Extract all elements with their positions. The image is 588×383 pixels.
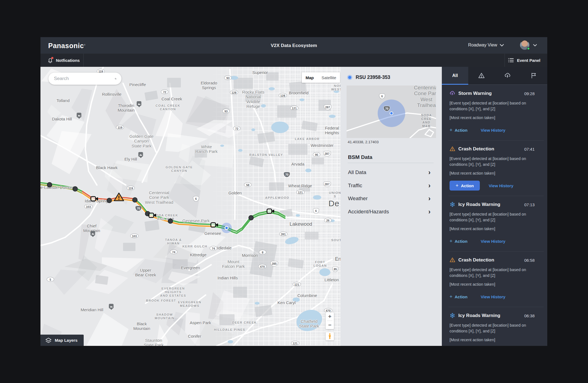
event-panel-toggle[interactable]: Event Panel [508, 54, 540, 67]
selected-rsu-marker[interactable] [221, 223, 232, 233]
event-last-action: [Most recent action taken] [450, 282, 495, 286]
warning-icon [478, 72, 485, 79]
event-last-action: [Most recent action taken] [450, 115, 495, 120]
event-card: Icy Roads Warning06:38[Event type] detec… [442, 307, 547, 346]
map-layers-label: Map Layers [55, 338, 78, 343]
city-block [289, 81, 307, 94]
card-divider [448, 307, 544, 307]
avatar-chevron-down-icon[interactable] [533, 44, 537, 46]
water-body [319, 268, 330, 276]
notifications-button[interactable]: Notfications [40, 54, 83, 67]
bsm-item-weather[interactable]: Weather› [348, 193, 431, 204]
terrain-facet [72, 89, 92, 121]
traffic-camera-marker[interactable] [148, 212, 157, 220]
tab-warning[interactable] [468, 67, 495, 84]
water-body [293, 297, 300, 302]
event-description: [Event type] detected at [location] base… [450, 323, 534, 334]
tab-storm[interactable] [495, 67, 521, 84]
pegman-icon [328, 333, 331, 339]
rsu-node-dot[interactable] [73, 186, 78, 192]
bsm-item-all-data[interactable]: All Data› [348, 167, 431, 178]
storm-event-icon [450, 90, 455, 97]
zoom-out-button[interactable]: − [326, 321, 334, 329]
map-search [48, 73, 121, 85]
chevron-right-icon: › [428, 182, 431, 189]
city-block [123, 243, 135, 251]
action-button[interactable]: +Action [450, 181, 480, 191]
zoom-control: + − [326, 312, 334, 329]
view-history-link[interactable]: View History [489, 183, 513, 188]
rsu-node-dot[interactable] [249, 215, 254, 221]
layers-icon [45, 338, 51, 343]
view-selector-dropdown[interactable]: Roadway View [468, 43, 504, 48]
tab-all[interactable]: All [442, 67, 468, 84]
tab-label: All [452, 73, 458, 78]
traffic-camera-marker[interactable] [210, 222, 219, 229]
chevron-right-icon: › [428, 195, 431, 202]
rsu-status-icon [347, 75, 352, 80]
rsu-title: RSU 23958-353 [356, 75, 390, 80]
map-type-satellite[interactable]: Satellite [318, 75, 340, 80]
view-history-link[interactable]: View History [481, 239, 505, 244]
rsu-node-dot[interactable] [107, 198, 112, 203]
city-block [167, 78, 181, 87]
rsu-location-dot [390, 112, 393, 115]
city-block [233, 287, 247, 298]
city-block [312, 158, 324, 164]
rsu-node-dot[interactable] [47, 182, 52, 188]
city-block [245, 92, 261, 103]
water-body [238, 149, 243, 152]
view-history-link[interactable]: View History [481, 294, 505, 299]
terrain-facet [166, 317, 183, 335]
traffic-camera-marker[interactable] [90, 195, 99, 203]
water-body [255, 302, 260, 305]
terrain-facet [156, 324, 168, 346]
bsm-item-accident-hazards[interactable]: Accident/Hazards› [348, 206, 431, 217]
action-link[interactable]: +Action [450, 294, 467, 300]
app-window: Panasonic® V2X Data Ecosystem Roadway Vi… [40, 37, 547, 346]
card-divider [448, 196, 544, 196]
terrain-facet [52, 269, 86, 295]
bsm-item-label: Accident/Hazards [348, 209, 389, 215]
search-input[interactable] [54, 76, 115, 81]
bell-icon [48, 57, 53, 63]
chevron-right-icon: › [428, 169, 431, 176]
action-link[interactable]: +Action [450, 238, 467, 244]
event-title: Icy Roads Warning [458, 202, 500, 207]
traffic-camera-marker[interactable] [266, 208, 275, 216]
hazard-warning-marker[interactable] [113, 192, 124, 203]
water-body [230, 76, 238, 80]
view-history-link[interactable]: View History [481, 128, 505, 133]
map-type-map[interactable]: Map [302, 75, 318, 80]
chevron-right-icon: › [428, 208, 431, 215]
event-time: 07:13 [524, 202, 535, 207]
event-description: [Event type] detected at [location] base… [450, 267, 534, 279]
map-canvas[interactable]: TollandRollinsvillePinecliffeCoal CreekS… [40, 67, 341, 346]
city-block [219, 314, 235, 325]
city-block [145, 220, 159, 232]
bsm-item-label: All Data [348, 169, 366, 175]
event-description: [Event type] detected at [location] base… [450, 211, 534, 223]
event-card: Crash Detection07:41[Event type] detecte… [442, 140, 547, 196]
water-body [261, 104, 266, 108]
bsm-divider [348, 163, 434, 163]
avatar[interactable] [520, 40, 529, 50]
search-icon[interactable] [115, 76, 116, 82]
rsu-node-dot[interactable] [132, 197, 138, 203]
terrain-facet [78, 224, 91, 261]
bsm-item-label: Traffic [348, 183, 362, 189]
tab-flag[interactable] [521, 67, 547, 84]
rsu-node-dot[interactable] [168, 219, 173, 224]
terrain-facet [86, 313, 129, 346]
peak-pin-icon [109, 304, 114, 308]
event-last-action: [Most recent action taken] [450, 338, 495, 342]
zoom-in-button[interactable]: + [326, 312, 334, 321]
pegman-button[interactable] [326, 332, 334, 340]
event-time: 06:38 [524, 313, 535, 318]
bsm-item-traffic[interactable]: Traffic› [348, 180, 431, 191]
action-link[interactable]: +Action [450, 127, 467, 133]
water-body [334, 90, 339, 93]
rsu-minimap[interactable]: Centennial Cone Park West TrailheaSODA C… [347, 86, 436, 138]
map-layers-button[interactable]: Map Layers [40, 335, 84, 346]
bsm-section-title: BSM Data [348, 154, 372, 160]
